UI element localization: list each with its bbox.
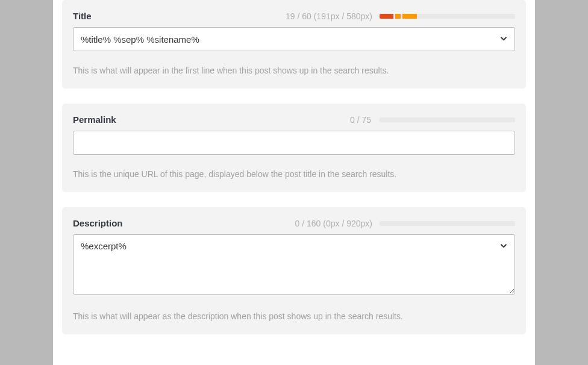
progress-segment — [402, 14, 418, 19]
permalink-input[interactable] — [73, 131, 515, 155]
title-dropdown-toggle[interactable] — [498, 33, 509, 46]
permalink-help-text: This is the unique URL of this page, dis… — [73, 169, 515, 179]
permalink-field-card: Permalink 0 / 75 This is the unique URL … — [62, 104, 526, 192]
progress-segment — [395, 14, 401, 19]
title-field-card: Title 19 / 60 (191px / 580px) This is wh… — [62, 0, 526, 89]
settings-panel: Title 19 / 60 (191px / 580px) This is wh… — [53, 0, 535, 365]
description-counter: 0 / 160 (0px / 920px) — [295, 219, 372, 228]
permalink-progress-bar — [380, 117, 515, 122]
description-header: Description 0 / 160 (0px / 920px) — [73, 218, 515, 228]
title-label: Title — [73, 11, 92, 21]
description-help-text: This is what will appear as the descript… — [73, 311, 515, 321]
permalink-header: Permalink 0 / 75 — [73, 114, 515, 125]
permalink-meta: 0 / 75 — [350, 115, 515, 125]
title-meta: 19 / 60 (191px / 580px) — [286, 11, 515, 21]
permalink-counter: 0 / 75 — [350, 115, 371, 125]
permalink-input-wrap — [73, 131, 515, 155]
description-field-card: Description 0 / 160 (0px / 920px) This i… — [62, 207, 526, 334]
title-input-wrap — [73, 27, 515, 51]
title-help-text: This is what will appear in the first li… — [73, 66, 515, 75]
description-meta: 0 / 160 (0px / 920px) — [295, 219, 515, 228]
description-input-wrap — [73, 234, 515, 297]
permalink-label: Permalink — [73, 114, 116, 125]
description-label: Description — [73, 218, 123, 228]
description-dropdown-toggle[interactable] — [498, 240, 509, 254]
title-progress-bar — [380, 14, 515, 19]
chevron-down-icon — [498, 240, 509, 251]
description-progress-bar — [380, 221, 515, 226]
title-input[interactable] — [73, 27, 515, 51]
description-textarea[interactable] — [73, 234, 515, 295]
chevron-down-icon — [498, 33, 509, 44]
progress-segment — [380, 14, 393, 19]
title-header: Title 19 / 60 (191px / 580px) — [73, 11, 515, 21]
title-counter: 19 / 60 (191px / 580px) — [286, 11, 372, 21]
